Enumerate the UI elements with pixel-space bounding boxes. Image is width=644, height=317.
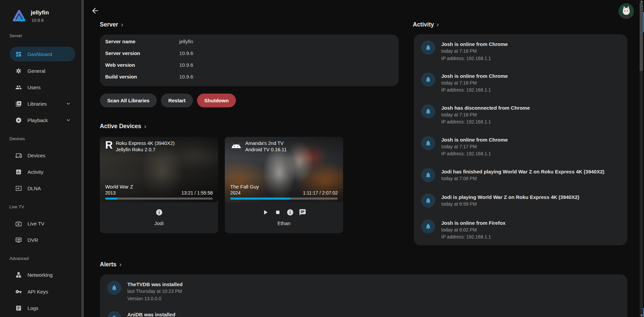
- devices-icon: [15, 152, 22, 159]
- server-actions: Scan All Libraries Restart Shutdown: [100, 94, 236, 107]
- sidebar-section-devices: Devices: [9, 136, 25, 141]
- sidebar-item-dashboard[interactable]: Dashboard: [10, 47, 75, 61]
- activity-section-link[interactable]: Activity: [413, 21, 441, 28]
- chevron-right-icon: [435, 22, 441, 28]
- sidebar-section-advanced: Advanced: [9, 256, 29, 261]
- scan-all-libraries-button[interactable]: Scan All Libraries: [100, 94, 157, 107]
- media-year: 2024: [230, 190, 241, 196]
- activity-item: Josh is online from Chrometoday at 7:17 …: [421, 136, 621, 158]
- alerts-panel: TheTVDB was installedlast Thursday at 10…: [100, 274, 627, 317]
- client-version: Jellyfin Roku 2.0.7: [116, 147, 175, 153]
- sidebar-item-users[interactable]: Users: [10, 80, 75, 95]
- device-name: Roku Express 4K (3940X2): [116, 140, 175, 147]
- sidebar-item-logs[interactable]: Logs: [10, 301, 75, 315]
- bell-icon: [421, 72, 435, 87]
- sidebar: jellyfin 10.9.6 Server Devices Live TV A…: [0, 0, 81, 317]
- sidebar-scrollbar[interactable]: [81, 0, 84, 317]
- device-header: Amanda's 2nd TV Android TV 0.16.11: [230, 140, 287, 153]
- progress-bar: [105, 198, 213, 200]
- active-devices-link[interactable]: Active Devices: [100, 123, 148, 130]
- bell-icon: [107, 311, 121, 317]
- web-version-row: Web version 10.9.6: [100, 59, 399, 71]
- chevron-right-icon: [142, 124, 148, 129]
- session-user: Ethan: [225, 220, 343, 226]
- dvr-icon: [15, 237, 22, 243]
- play-circle-icon: [15, 117, 22, 123]
- device-card-roku[interactable]: R Roku Express 4K (3940X2) Jellyfin Roku…: [100, 137, 218, 233]
- restart-button[interactable]: Restart: [161, 94, 193, 107]
- sidebar-item-networking[interactable]: Networking: [10, 267, 75, 282]
- dashboard-icon: [15, 51, 22, 57]
- activity-item: Jodi is playing World War Z on Roku Expr…: [421, 194, 621, 208]
- bell-icon: [421, 168, 435, 182]
- chevron-down-icon[interactable]: [65, 101, 71, 107]
- scrollbar-up-arrow-icon[interactable]: [640, 1, 643, 2]
- activity-item: Josh is online from Chrometoday at 7:18 …: [421, 41, 621, 62]
- alert-item: AniDB was installed: [107, 311, 621, 317]
- activity-panel: Josh is online from Chrometoday at 7:18 …: [414, 34, 627, 245]
- server-version-row: Server version 10.9.6: [100, 47, 399, 59]
- roku-logo-icon: R: [105, 140, 113, 153]
- jellyfin-dashboard: jellyfin 10.9.6 Server Devices Live TV A…: [0, 0, 644, 317]
- now-playing-backdrop: Amanda's 2nd TV Android TV 0.16.11 The F…: [225, 137, 343, 202]
- sidebar-item-dlna[interactable]: DLNA: [10, 181, 75, 196]
- alerts-section-link[interactable]: Alerts: [100, 261, 123, 268]
- activity-item: Josh is online from Firefoxtoday at 6:02…: [421, 219, 621, 241]
- activity-item: Josh is online from Chrometoday at 7:18 …: [421, 72, 621, 94]
- app-title: jellyfin: [31, 9, 49, 16]
- key-icon: [15, 288, 22, 295]
- media-title: The Fall Guy: [230, 183, 338, 190]
- shutdown-button[interactable]: Shutdown: [197, 94, 236, 107]
- session-user: Jodi: [100, 220, 218, 226]
- now-playing-backdrop: R Roku Express 4K (3940X2) Jellyfin Roku…: [100, 137, 218, 202]
- chevron-right-icon: [119, 22, 125, 28]
- media-title: World War Z: [105, 183, 213, 190]
- stop-icon[interactable]: [274, 208, 282, 216]
- client-version: Android TV 0.16.11: [245, 147, 287, 153]
- alert-item: TheTVDB was installedlast Thursday at 10…: [107, 281, 621, 302]
- playback-time: 1:11:17 / 2:07:02: [303, 190, 338, 196]
- info-icon[interactable]: [155, 208, 163, 216]
- bell-icon: [421, 219, 435, 233]
- jellyfin-logo-icon: [11, 8, 27, 23]
- sidebar-item-apikeys[interactable]: API Keys: [10, 284, 75, 299]
- server-name-row: Server name jellyfin: [100, 36, 399, 47]
- build-version-row: Build version 10.9.6: [100, 71, 399, 83]
- bell-icon: [421, 194, 435, 208]
- sidebar-item-libraries[interactable]: Libraries: [10, 96, 75, 111]
- user-avatar[interactable]: [619, 3, 634, 19]
- android-icon: [230, 140, 242, 153]
- server-section-link[interactable]: Server: [100, 21, 125, 28]
- bar-chart-icon: [15, 169, 22, 175]
- playback-time: 13:21 / 1:55:58: [182, 190, 213, 196]
- gear-icon: [15, 68, 22, 74]
- server-info-card: Server name jellyfin Server version 10.9…: [100, 35, 399, 86]
- input-icon: [15, 185, 22, 192]
- chevron-right-icon: [118, 262, 123, 268]
- media-year: 2013: [105, 190, 116, 196]
- sidebar-item-livetv[interactable]: Live TV: [10, 216, 75, 231]
- device-card-androidtv[interactable]: Amanda's 2nd TV Android TV 0.16.11 The F…: [225, 137, 343, 233]
- play-icon[interactable]: [261, 208, 269, 216]
- bell-icon: [421, 104, 435, 118]
- chevron-down-icon[interactable]: [65, 117, 71, 123]
- device-name: Amanda's 2nd TV: [245, 140, 287, 147]
- bell-icon: [421, 41, 435, 55]
- back-arrow-icon[interactable]: [91, 6, 100, 15]
- sidebar-item-playback[interactable]: Playback: [10, 113, 75, 127]
- sidebar-item-devices[interactable]: Devices: [10, 148, 75, 163]
- activity-item: Josh has disconnected from Chrometoday a…: [421, 104, 621, 126]
- sidebar-section-server: Server: [9, 33, 22, 38]
- live-tv-icon: [15, 220, 22, 227]
- sidebar-item-general[interactable]: General: [10, 63, 75, 78]
- cat-avatar-image: [619, 3, 634, 19]
- device-header: R Roku Express 4K (3940X2) Jellyfin Roku…: [105, 140, 175, 153]
- scrollbar-down-arrow-icon[interactable]: [640, 315, 643, 316]
- sidebar-item-activity[interactable]: Activity: [10, 164, 75, 179]
- library-add-icon: [15, 101, 22, 107]
- document-icon: [15, 305, 22, 311]
- message-icon[interactable]: [299, 208, 307, 216]
- info-icon[interactable]: [286, 208, 294, 216]
- page-scrollbar-thumb[interactable]: [640, 3, 643, 71]
- sidebar-item-dvr[interactable]: DVR: [10, 232, 75, 247]
